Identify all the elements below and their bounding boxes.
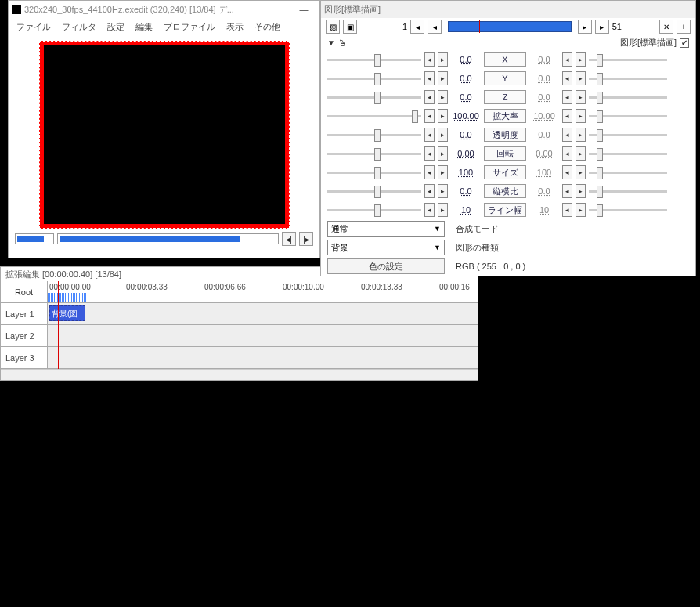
layer-1-track[interactable]: 背景(図形	[48, 303, 478, 325]
dec-button[interactable]: ◂	[424, 184, 435, 198]
menu-settings[interactable]: 設定	[107, 21, 124, 33]
param-value-left[interactable]: 100	[451, 168, 481, 177]
param-slider-right[interactable]	[589, 165, 667, 179]
inc-button[interactable]: ▸	[438, 165, 448, 179]
seek-slider[interactable]	[57, 233, 279, 244]
scrub-last-button[interactable]: ▸	[595, 20, 609, 34]
dec2-button[interactable]: ◂	[562, 109, 572, 123]
expand-icon[interactable]: ▼	[327, 38, 335, 47]
inc2-button[interactable]: ▸	[576, 71, 586, 85]
inc2-button[interactable]: ▸	[576, 184, 586, 198]
param-slider-left[interactable]	[327, 146, 421, 161]
prop-titlebar[interactable]: 図形[標準描画]	[321, 1, 695, 18]
param-name[interactable]: Y	[484, 71, 526, 85]
param-slider-right[interactable]	[589, 71, 667, 85]
inc-button[interactable]: ▸	[438, 90, 448, 104]
dec2-button[interactable]: ◂	[562, 146, 572, 161]
color-button[interactable]: 色の設定	[327, 258, 445, 274]
inc2-button[interactable]: ▸	[576, 52, 586, 67]
dec-button[interactable]: ◂	[424, 52, 435, 67]
param-name[interactable]: 透明度	[484, 128, 526, 142]
tool-btn-2[interactable]: ▣	[343, 20, 357, 34]
param-value-right[interactable]: 0.0	[529, 186, 559, 196]
layer-3-label[interactable]: Layer 3	[1, 347, 47, 369]
inc-button[interactable]: ▸	[438, 109, 448, 123]
param-slider-right[interactable]	[589, 203, 667, 217]
inc2-button[interactable]: ▸	[576, 128, 586, 142]
param-value-left[interactable]: 100.00	[451, 111, 481, 121]
param-value-right[interactable]: 100	[529, 168, 559, 177]
param-value-right[interactable]: 0.0	[529, 74, 559, 83]
add-filter-button[interactable]: +	[677, 20, 691, 34]
dec-button[interactable]: ◂	[424, 71, 435, 85]
inc2-button[interactable]: ▸	[576, 90, 586, 104]
menu-filter[interactable]: フィルタ	[62, 21, 96, 33]
param-slider-left[interactable]	[327, 109, 421, 123]
layer-1-label[interactable]: Layer 1	[1, 303, 47, 325]
layer-3-track[interactable]	[48, 347, 478, 369]
shape-select[interactable]: 背景▼	[327, 240, 445, 255]
param-value-right[interactable]: 0.0	[529, 92, 559, 102]
prev-frame-button[interactable]: ◂|	[282, 232, 296, 246]
param-value-right[interactable]: 10.00	[529, 111, 559, 121]
blend-select[interactable]: 通常▼	[327, 221, 445, 237]
timeline-hscroll[interactable]	[1, 369, 478, 380]
param-slider-left[interactable]	[327, 71, 421, 85]
dec2-button[interactable]: ◂	[562, 90, 572, 104]
dec-button[interactable]: ◂	[424, 146, 435, 161]
param-slider-left[interactable]	[327, 203, 421, 217]
param-slider-left[interactable]	[327, 165, 421, 179]
param-value-left[interactable]: 0.0	[451, 55, 481, 64]
zoom-slider[interactable]	[15, 233, 54, 244]
dec2-button[interactable]: ◂	[562, 203, 572, 217]
next-frame-button[interactable]: |▸	[299, 232, 313, 246]
param-slider-right[interactable]	[589, 184, 667, 198]
playhead[interactable]	[58, 281, 59, 369]
param-slider-right[interactable]	[589, 146, 667, 161]
dec2-button[interactable]: ◂	[562, 184, 572, 198]
scrub-first-button[interactable]: ◂	[410, 20, 424, 34]
param-name[interactable]: Z	[484, 90, 526, 104]
param-value-right[interactable]: 10	[529, 205, 559, 215]
timeline-tracks[interactable]: 00:00:00.00 00:00:03.33 00:00:06.66 00:0…	[48, 281, 478, 369]
param-value-left[interactable]: 0.0	[451, 74, 481, 83]
inc-button[interactable]: ▸	[438, 128, 448, 142]
param-name[interactable]: ライン幅	[484, 203, 526, 217]
param-value-right[interactable]: 0.0	[529, 55, 559, 64]
param-slider-left[interactable]	[327, 90, 421, 104]
layer-2-track[interactable]	[48, 325, 478, 347]
param-value-right[interactable]: 0.0	[529, 130, 559, 139]
dec2-button[interactable]: ◂	[562, 52, 572, 67]
param-value-left[interactable]: 10	[451, 205, 481, 215]
param-name[interactable]: X	[484, 52, 526, 67]
inc-button[interactable]: ▸	[438, 71, 448, 85]
layer-2-label[interactable]: Layer 2	[1, 325, 47, 347]
param-slider-right[interactable]	[589, 109, 667, 123]
scrub-next-button[interactable]: ▸	[578, 20, 592, 34]
param-slider-right[interactable]	[589, 52, 667, 67]
minimize-button[interactable]: —	[291, 5, 316, 14]
dec-button[interactable]: ◂	[424, 128, 435, 142]
close-button[interactable]: ✕	[659, 20, 673, 34]
menu-file[interactable]: ファイル	[16, 21, 51, 33]
menu-view[interactable]: 表示	[226, 21, 244, 33]
inc2-button[interactable]: ▸	[576, 109, 586, 123]
inc-button[interactable]: ▸	[438, 203, 448, 217]
inc2-button[interactable]: ▸	[576, 203, 586, 217]
timeline-ruler[interactable]: 00:00:00.00 00:00:03.33 00:00:06.66 00:0…	[48, 281, 478, 303]
scrub-prev-button[interactable]: ◂	[428, 20, 442, 34]
param-slider-left[interactable]	[327, 52, 421, 67]
param-value-left[interactable]: 0.00	[451, 149, 481, 158]
dec-button[interactable]: ◂	[424, 165, 435, 179]
param-name[interactable]: 縦横比	[484, 184, 526, 198]
param-value-left[interactable]: 0.0	[451, 130, 481, 139]
clip-background[interactable]: 背景(図形	[49, 305, 85, 321]
dec2-button[interactable]: ◂	[562, 71, 572, 85]
param-slider-right[interactable]	[589, 128, 667, 142]
main-titlebar[interactable]: 320x240_30fps_44100Hz.exedit (320,240) […	[9, 1, 319, 18]
dec-button[interactable]: ◂	[424, 109, 435, 123]
dec2-button[interactable]: ◂	[562, 165, 572, 179]
param-name[interactable]: サイズ	[484, 165, 526, 179]
param-slider-left[interactable]	[327, 184, 421, 198]
frame-scrub[interactable]	[448, 21, 572, 32]
